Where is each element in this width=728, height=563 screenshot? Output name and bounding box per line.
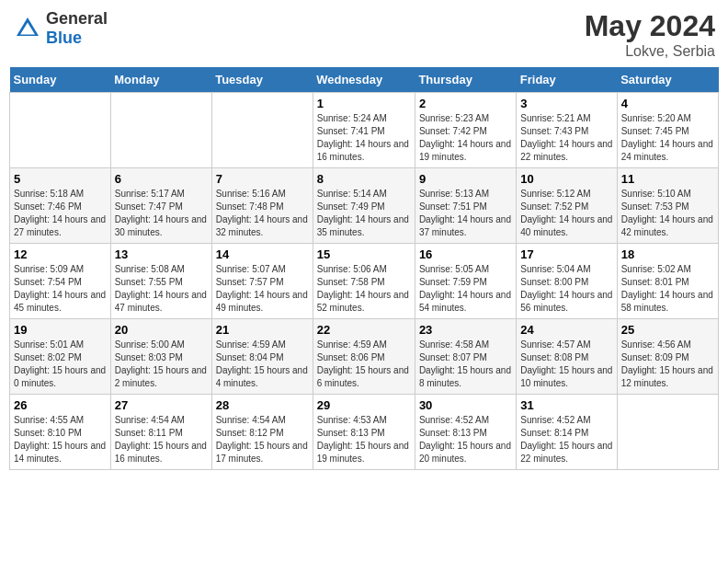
calendar-day: 4Sunrise: 5:20 AMSunset: 7:45 PMDaylight… xyxy=(617,93,718,168)
day-header-saturday: Saturday xyxy=(617,67,718,93)
calendar-table: SundayMondayTuesdayWednesdayThursdayFrid… xyxy=(9,67,719,470)
day-info: Sunrise: 5:20 AMSunset: 7:45 PMDaylight:… xyxy=(621,112,714,164)
calendar-day: 7Sunrise: 5:16 AMSunset: 7:48 PMDaylight… xyxy=(211,168,313,244)
day-info: Sunrise: 5:02 AMSunset: 8:01 PMDaylight:… xyxy=(621,263,714,315)
calendar-week-2: 5Sunrise: 5:18 AMSunset: 7:46 PMDaylight… xyxy=(10,168,719,244)
day-number: 11 xyxy=(621,172,714,186)
day-number: 30 xyxy=(419,398,512,412)
day-info: Sunrise: 5:08 AMSunset: 7:55 PMDaylight:… xyxy=(115,263,208,315)
calendar-day: 8Sunrise: 5:14 AMSunset: 7:49 PMDaylight… xyxy=(313,168,415,244)
calendar-day: 29Sunrise: 4:53 AMSunset: 8:13 PMDayligh… xyxy=(313,395,415,470)
day-number: 1 xyxy=(317,97,411,110)
day-number: 28 xyxy=(216,398,309,412)
day-number: 10 xyxy=(520,172,612,186)
day-number: 20 xyxy=(115,323,208,337)
day-info: Sunrise: 4:52 AMSunset: 8:14 PMDaylight:… xyxy=(520,414,612,465)
day-number: 16 xyxy=(419,247,512,261)
day-header-wednesday: Wednesday xyxy=(313,67,415,93)
calendar-day xyxy=(617,395,718,470)
calendar-day: 24Sunrise: 4:57 AMSunset: 8:08 PMDayligh… xyxy=(517,319,617,395)
day-number: 9 xyxy=(419,172,512,186)
day-number: 31 xyxy=(520,398,612,412)
day-info: Sunrise: 4:56 AMSunset: 8:09 PMDaylight:… xyxy=(621,339,714,390)
calendar-day: 13Sunrise: 5:08 AMSunset: 7:55 PMDayligh… xyxy=(110,244,211,319)
day-info: Sunrise: 5:13 AMSunset: 7:51 PMDaylight:… xyxy=(419,188,512,239)
day-info: Sunrise: 5:23 AMSunset: 7:42 PMDaylight:… xyxy=(419,112,512,164)
day-number: 18 xyxy=(621,247,714,261)
location: Lokve, Serbia xyxy=(585,43,715,60)
day-number: 24 xyxy=(520,323,612,337)
day-number: 5 xyxy=(14,172,107,186)
calendar-week-1: 1Sunrise: 5:24 AMSunset: 7:41 PMDaylight… xyxy=(10,93,719,168)
day-info: Sunrise: 4:54 AMSunset: 8:12 PMDaylight:… xyxy=(216,414,309,465)
calendar-week-3: 12Sunrise: 5:09 AMSunset: 7:54 PMDayligh… xyxy=(10,244,719,319)
day-info: Sunrise: 5:10 AMSunset: 7:53 PMDaylight:… xyxy=(621,188,714,239)
calendar-day: 9Sunrise: 5:13 AMSunset: 7:51 PMDaylight… xyxy=(415,168,516,244)
day-number: 29 xyxy=(317,398,411,412)
day-number: 7 xyxy=(216,172,309,186)
day-info: Sunrise: 5:18 AMSunset: 7:46 PMDaylight:… xyxy=(14,188,107,239)
calendar-day: 10Sunrise: 5:12 AMSunset: 7:52 PMDayligh… xyxy=(517,168,617,244)
day-info: Sunrise: 5:24 AMSunset: 7:41 PMDaylight:… xyxy=(317,112,411,164)
day-number: 23 xyxy=(419,323,512,337)
day-number: 25 xyxy=(621,323,714,337)
day-info: Sunrise: 5:00 AMSunset: 8:03 PMDaylight:… xyxy=(115,339,208,390)
calendar-day: 6Sunrise: 5:17 AMSunset: 7:47 PMDaylight… xyxy=(110,168,211,244)
calendar-day: 28Sunrise: 4:54 AMSunset: 8:12 PMDayligh… xyxy=(211,395,313,470)
day-info: Sunrise: 5:05 AMSunset: 7:59 PMDaylight:… xyxy=(419,263,512,315)
calendar-day: 5Sunrise: 5:18 AMSunset: 7:46 PMDaylight… xyxy=(10,168,111,244)
logo-blue: Blue xyxy=(46,29,108,48)
day-header-tuesday: Tuesday xyxy=(211,67,313,93)
day-info: Sunrise: 4:54 AMSunset: 8:11 PMDaylight:… xyxy=(115,414,208,465)
logo-icon xyxy=(13,14,42,43)
calendar-week-5: 26Sunrise: 4:55 AMSunset: 8:10 PMDayligh… xyxy=(10,395,719,470)
day-number: 14 xyxy=(216,247,309,261)
calendar-day: 11Sunrise: 5:10 AMSunset: 7:53 PMDayligh… xyxy=(617,168,718,244)
day-number: 4 xyxy=(621,97,714,110)
calendar-day: 22Sunrise: 4:59 AMSunset: 8:06 PMDayligh… xyxy=(313,319,415,395)
day-number: 3 xyxy=(520,97,612,110)
logo: General Blue xyxy=(13,9,108,48)
day-info: Sunrise: 5:01 AMSunset: 8:02 PMDaylight:… xyxy=(14,339,107,390)
calendar-day: 2Sunrise: 5:23 AMSunset: 7:42 PMDaylight… xyxy=(415,93,516,168)
day-number: 19 xyxy=(14,323,107,337)
calendar-day: 31Sunrise: 4:52 AMSunset: 8:14 PMDayligh… xyxy=(517,395,617,470)
day-info: Sunrise: 5:12 AMSunset: 7:52 PMDaylight:… xyxy=(520,188,612,239)
day-info: Sunrise: 5:17 AMSunset: 7:47 PMDaylight:… xyxy=(115,188,208,239)
calendar-day: 15Sunrise: 5:06 AMSunset: 7:58 PMDayligh… xyxy=(313,244,415,319)
calendar-day: 18Sunrise: 5:02 AMSunset: 8:01 PMDayligh… xyxy=(617,244,718,319)
day-info: Sunrise: 4:59 AMSunset: 8:04 PMDaylight:… xyxy=(216,339,309,390)
page-header: General Blue May 2024 Lokve, Serbia xyxy=(9,9,719,60)
day-info: Sunrise: 5:04 AMSunset: 8:00 PMDaylight:… xyxy=(520,263,612,315)
calendar-day: 12Sunrise: 5:09 AMSunset: 7:54 PMDayligh… xyxy=(10,244,111,319)
day-number: 17 xyxy=(520,247,612,261)
calendar-week-4: 19Sunrise: 5:01 AMSunset: 8:02 PMDayligh… xyxy=(10,319,719,395)
calendar-day: 26Sunrise: 4:55 AMSunset: 8:10 PMDayligh… xyxy=(10,395,111,470)
day-header-monday: Monday xyxy=(110,67,211,93)
calendar-day: 27Sunrise: 4:54 AMSunset: 8:11 PMDayligh… xyxy=(110,395,211,470)
calendar-day xyxy=(110,93,211,168)
day-info: Sunrise: 4:55 AMSunset: 8:10 PMDaylight:… xyxy=(14,414,107,465)
day-info: Sunrise: 5:14 AMSunset: 7:49 PMDaylight:… xyxy=(317,188,411,239)
logo-general: General xyxy=(46,9,108,29)
title-block: May 2024 Lokve, Serbia xyxy=(585,9,715,60)
day-header-sunday: Sunday xyxy=(10,67,111,93)
day-info: Sunrise: 4:58 AMSunset: 8:07 PMDaylight:… xyxy=(419,339,512,390)
calendar-day: 3Sunrise: 5:21 AMSunset: 7:43 PMDaylight… xyxy=(517,93,617,168)
calendar-day: 16Sunrise: 5:05 AMSunset: 7:59 PMDayligh… xyxy=(415,244,516,319)
day-info: Sunrise: 4:59 AMSunset: 8:06 PMDaylight:… xyxy=(317,339,411,390)
calendar-day: 14Sunrise: 5:07 AMSunset: 7:57 PMDayligh… xyxy=(211,244,313,319)
logo-text: General Blue xyxy=(46,9,108,48)
calendar-day: 1Sunrise: 5:24 AMSunset: 7:41 PMDaylight… xyxy=(313,93,415,168)
calendar-day: 20Sunrise: 5:00 AMSunset: 8:03 PMDayligh… xyxy=(110,319,211,395)
calendar-day xyxy=(10,93,111,168)
calendar-header-row: SundayMondayTuesdayWednesdayThursdayFrid… xyxy=(10,67,719,93)
day-number: 27 xyxy=(115,398,208,412)
calendar-day: 19Sunrise: 5:01 AMSunset: 8:02 PMDayligh… xyxy=(10,319,111,395)
day-number: 13 xyxy=(115,247,208,261)
day-number: 22 xyxy=(317,323,411,337)
day-info: Sunrise: 5:21 AMSunset: 7:43 PMDaylight:… xyxy=(520,112,612,164)
month-year: May 2024 xyxy=(585,9,715,43)
calendar-day: 25Sunrise: 4:56 AMSunset: 8:09 PMDayligh… xyxy=(617,319,718,395)
calendar-day: 23Sunrise: 4:58 AMSunset: 8:07 PMDayligh… xyxy=(415,319,516,395)
